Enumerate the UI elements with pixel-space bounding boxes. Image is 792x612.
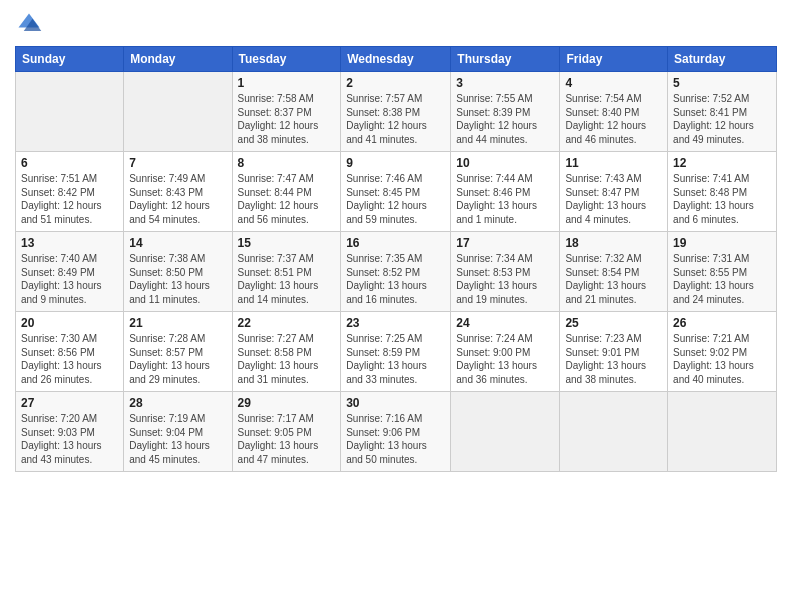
day-number: 4 bbox=[565, 76, 662, 90]
day-info: Sunrise: 7:54 AMSunset: 8:40 PMDaylight:… bbox=[565, 92, 662, 146]
day-info: Sunrise: 7:31 AMSunset: 8:55 PMDaylight:… bbox=[673, 252, 771, 306]
day-number: 30 bbox=[346, 396, 445, 410]
col-header-saturday: Saturday bbox=[668, 47, 777, 72]
calendar-table: SundayMondayTuesdayWednesdayThursdayFrid… bbox=[15, 46, 777, 472]
calendar-week-row: 27Sunrise: 7:20 AMSunset: 9:03 PMDayligh… bbox=[16, 392, 777, 472]
day-number: 17 bbox=[456, 236, 554, 250]
calendar-cell: 23Sunrise: 7:25 AMSunset: 8:59 PMDayligh… bbox=[341, 312, 451, 392]
day-info: Sunrise: 7:17 AMSunset: 9:05 PMDaylight:… bbox=[238, 412, 336, 466]
calendar-cell: 29Sunrise: 7:17 AMSunset: 9:05 PMDayligh… bbox=[232, 392, 341, 472]
day-info: Sunrise: 7:38 AMSunset: 8:50 PMDaylight:… bbox=[129, 252, 226, 306]
day-info: Sunrise: 7:23 AMSunset: 9:01 PMDaylight:… bbox=[565, 332, 662, 386]
calendar-cell: 8Sunrise: 7:47 AMSunset: 8:44 PMDaylight… bbox=[232, 152, 341, 232]
day-info: Sunrise: 7:41 AMSunset: 8:48 PMDaylight:… bbox=[673, 172, 771, 226]
day-info: Sunrise: 7:55 AMSunset: 8:39 PMDaylight:… bbox=[456, 92, 554, 146]
day-number: 22 bbox=[238, 316, 336, 330]
calendar-cell bbox=[560, 392, 668, 472]
day-number: 13 bbox=[21, 236, 118, 250]
calendar-cell: 20Sunrise: 7:30 AMSunset: 8:56 PMDayligh… bbox=[16, 312, 124, 392]
day-info: Sunrise: 7:43 AMSunset: 8:47 PMDaylight:… bbox=[565, 172, 662, 226]
calendar-cell bbox=[668, 392, 777, 472]
calendar-week-row: 6Sunrise: 7:51 AMSunset: 8:42 PMDaylight… bbox=[16, 152, 777, 232]
calendar-cell: 3Sunrise: 7:55 AMSunset: 8:39 PMDaylight… bbox=[451, 72, 560, 152]
calendar-cell: 30Sunrise: 7:16 AMSunset: 9:06 PMDayligh… bbox=[341, 392, 451, 472]
day-number: 14 bbox=[129, 236, 226, 250]
day-number: 9 bbox=[346, 156, 445, 170]
day-number: 15 bbox=[238, 236, 336, 250]
page: SundayMondayTuesdayWednesdayThursdayFrid… bbox=[0, 0, 792, 612]
day-info: Sunrise: 7:46 AMSunset: 8:45 PMDaylight:… bbox=[346, 172, 445, 226]
calendar-cell: 13Sunrise: 7:40 AMSunset: 8:49 PMDayligh… bbox=[16, 232, 124, 312]
calendar-cell: 15Sunrise: 7:37 AMSunset: 8:51 PMDayligh… bbox=[232, 232, 341, 312]
calendar-cell bbox=[451, 392, 560, 472]
day-number: 8 bbox=[238, 156, 336, 170]
day-number: 26 bbox=[673, 316, 771, 330]
day-number: 10 bbox=[456, 156, 554, 170]
header bbox=[15, 10, 777, 38]
day-info: Sunrise: 7:47 AMSunset: 8:44 PMDaylight:… bbox=[238, 172, 336, 226]
calendar-cell: 4Sunrise: 7:54 AMSunset: 8:40 PMDaylight… bbox=[560, 72, 668, 152]
col-header-thursday: Thursday bbox=[451, 47, 560, 72]
calendar-cell: 11Sunrise: 7:43 AMSunset: 8:47 PMDayligh… bbox=[560, 152, 668, 232]
day-number: 18 bbox=[565, 236, 662, 250]
day-number: 5 bbox=[673, 76, 771, 90]
calendar-cell: 19Sunrise: 7:31 AMSunset: 8:55 PMDayligh… bbox=[668, 232, 777, 312]
col-header-wednesday: Wednesday bbox=[341, 47, 451, 72]
day-number: 3 bbox=[456, 76, 554, 90]
day-number: 27 bbox=[21, 396, 118, 410]
calendar-cell: 26Sunrise: 7:21 AMSunset: 9:02 PMDayligh… bbox=[668, 312, 777, 392]
day-number: 24 bbox=[456, 316, 554, 330]
day-info: Sunrise: 7:27 AMSunset: 8:58 PMDaylight:… bbox=[238, 332, 336, 386]
calendar-cell: 10Sunrise: 7:44 AMSunset: 8:46 PMDayligh… bbox=[451, 152, 560, 232]
day-info: Sunrise: 7:16 AMSunset: 9:06 PMDaylight:… bbox=[346, 412, 445, 466]
col-header-monday: Monday bbox=[124, 47, 232, 72]
col-header-tuesday: Tuesday bbox=[232, 47, 341, 72]
calendar-cell: 7Sunrise: 7:49 AMSunset: 8:43 PMDaylight… bbox=[124, 152, 232, 232]
calendar-week-row: 20Sunrise: 7:30 AMSunset: 8:56 PMDayligh… bbox=[16, 312, 777, 392]
calendar-cell: 17Sunrise: 7:34 AMSunset: 8:53 PMDayligh… bbox=[451, 232, 560, 312]
col-header-sunday: Sunday bbox=[16, 47, 124, 72]
day-number: 29 bbox=[238, 396, 336, 410]
calendar-cell: 16Sunrise: 7:35 AMSunset: 8:52 PMDayligh… bbox=[341, 232, 451, 312]
calendar-cell: 12Sunrise: 7:41 AMSunset: 8:48 PMDayligh… bbox=[668, 152, 777, 232]
day-number: 1 bbox=[238, 76, 336, 90]
calendar-cell: 18Sunrise: 7:32 AMSunset: 8:54 PMDayligh… bbox=[560, 232, 668, 312]
day-number: 21 bbox=[129, 316, 226, 330]
day-info: Sunrise: 7:58 AMSunset: 8:37 PMDaylight:… bbox=[238, 92, 336, 146]
calendar-cell bbox=[124, 72, 232, 152]
day-info: Sunrise: 7:21 AMSunset: 9:02 PMDaylight:… bbox=[673, 332, 771, 386]
day-info: Sunrise: 7:28 AMSunset: 8:57 PMDaylight:… bbox=[129, 332, 226, 386]
day-number: 12 bbox=[673, 156, 771, 170]
day-info: Sunrise: 7:24 AMSunset: 9:00 PMDaylight:… bbox=[456, 332, 554, 386]
calendar-week-row: 1Sunrise: 7:58 AMSunset: 8:37 PMDaylight… bbox=[16, 72, 777, 152]
day-number: 6 bbox=[21, 156, 118, 170]
calendar-cell: 25Sunrise: 7:23 AMSunset: 9:01 PMDayligh… bbox=[560, 312, 668, 392]
day-info: Sunrise: 7:57 AMSunset: 8:38 PMDaylight:… bbox=[346, 92, 445, 146]
day-info: Sunrise: 7:34 AMSunset: 8:53 PMDaylight:… bbox=[456, 252, 554, 306]
day-info: Sunrise: 7:44 AMSunset: 8:46 PMDaylight:… bbox=[456, 172, 554, 226]
calendar-header-row: SundayMondayTuesdayWednesdayThursdayFrid… bbox=[16, 47, 777, 72]
day-info: Sunrise: 7:40 AMSunset: 8:49 PMDaylight:… bbox=[21, 252, 118, 306]
calendar-week-row: 13Sunrise: 7:40 AMSunset: 8:49 PMDayligh… bbox=[16, 232, 777, 312]
day-info: Sunrise: 7:32 AMSunset: 8:54 PMDaylight:… bbox=[565, 252, 662, 306]
day-number: 19 bbox=[673, 236, 771, 250]
calendar-cell bbox=[16, 72, 124, 152]
day-number: 16 bbox=[346, 236, 445, 250]
day-number: 28 bbox=[129, 396, 226, 410]
day-info: Sunrise: 7:25 AMSunset: 8:59 PMDaylight:… bbox=[346, 332, 445, 386]
calendar-cell: 9Sunrise: 7:46 AMSunset: 8:45 PMDaylight… bbox=[341, 152, 451, 232]
day-info: Sunrise: 7:19 AMSunset: 9:04 PMDaylight:… bbox=[129, 412, 226, 466]
day-number: 20 bbox=[21, 316, 118, 330]
calendar-cell: 5Sunrise: 7:52 AMSunset: 8:41 PMDaylight… bbox=[668, 72, 777, 152]
calendar-cell: 1Sunrise: 7:58 AMSunset: 8:37 PMDaylight… bbox=[232, 72, 341, 152]
calendar-cell: 6Sunrise: 7:51 AMSunset: 8:42 PMDaylight… bbox=[16, 152, 124, 232]
day-info: Sunrise: 7:49 AMSunset: 8:43 PMDaylight:… bbox=[129, 172, 226, 226]
day-number: 11 bbox=[565, 156, 662, 170]
calendar-cell: 14Sunrise: 7:38 AMSunset: 8:50 PMDayligh… bbox=[124, 232, 232, 312]
day-info: Sunrise: 7:30 AMSunset: 8:56 PMDaylight:… bbox=[21, 332, 118, 386]
calendar-cell: 28Sunrise: 7:19 AMSunset: 9:04 PMDayligh… bbox=[124, 392, 232, 472]
day-number: 2 bbox=[346, 76, 445, 90]
day-number: 25 bbox=[565, 316, 662, 330]
day-info: Sunrise: 7:51 AMSunset: 8:42 PMDaylight:… bbox=[21, 172, 118, 226]
day-info: Sunrise: 7:37 AMSunset: 8:51 PMDaylight:… bbox=[238, 252, 336, 306]
